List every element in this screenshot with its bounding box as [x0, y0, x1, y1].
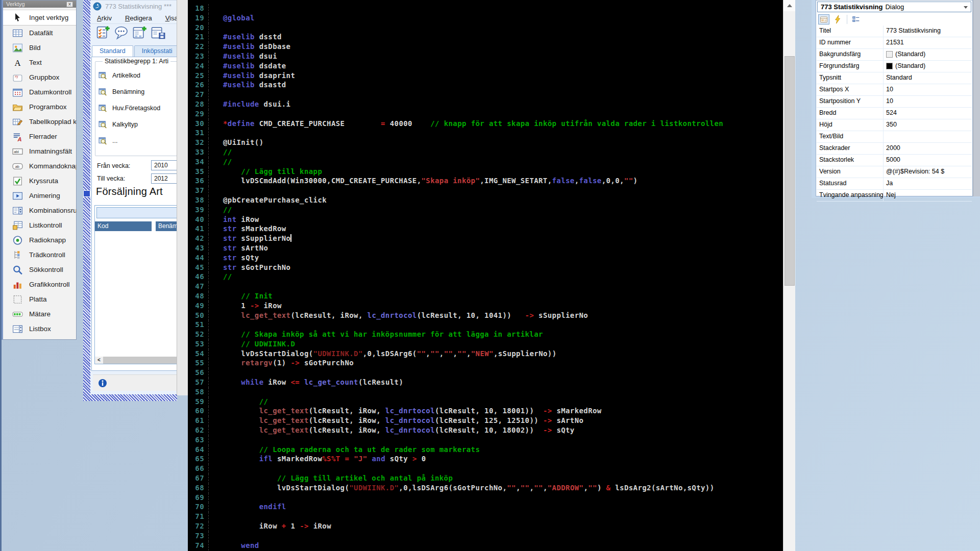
code-line-50[interactable]: 50 lc_get_text(lcResult, iRow, lc_dnrtoc…: [188, 311, 795, 321]
code-line-73[interactable]: 73: [188, 532, 795, 541]
code-line-56[interactable]: 56: [188, 368, 795, 378]
chevron-down-icon[interactable]: [964, 6, 968, 9]
code-line-19[interactable]: 19@global: [188, 14, 795, 23]
code-line-69[interactable]: 69: [188, 493, 795, 503]
code-line-39[interactable]: 39//: [188, 206, 795, 215]
code-line-49[interactable]: 49 1 -> iRow: [188, 302, 795, 311]
designer-titlebar[interactable]: 773 Statistikvisning ***: [90, 1, 177, 12]
designer-form-canvas[interactable]: Statistikbegrepp 1: Arti ArtikelkodBenäm…: [91, 57, 177, 371]
code-line-41[interactable]: 41str sMarkedRow: [188, 224, 795, 234]
tab-standard[interactable]: Standard: [92, 45, 133, 57]
toolbox-item-animering[interactable]: Animering: [3, 188, 76, 203]
tb-balloon-icon[interactable]: [114, 25, 129, 40]
code-line-59[interactable]: 59 //: [188, 397, 795, 407]
tb-formplus-icon[interactable]: [132, 25, 147, 40]
field-ben-mning[interactable]: Benämning: [99, 87, 144, 96]
toolbox-item-platta[interactable]: Platta: [3, 292, 76, 307]
code-line-61[interactable]: 61 lc_get_text(lcResult, iRow, lc_dnrtoc…: [188, 416, 795, 426]
property-value[interactable]: [884, 131, 972, 142]
toolbox-item-listbox[interactable]: Listbox: [3, 321, 76, 336]
code-line-45[interactable]: 45str sGotPurchNo: [188, 263, 795, 273]
field-kalkyltyp[interactable]: Kalkyltyp: [99, 120, 138, 129]
toolbox-item-text[interactable]: AText: [3, 55, 76, 70]
code-line-29[interactable]: 29: [188, 110, 795, 119]
property-row-version[interactable]: Version@(#)$Revision: 54 $: [817, 166, 972, 178]
code-line-37[interactable]: 37: [188, 186, 795, 196]
property-row-startposition-y[interactable]: Startposition Y10: [817, 96, 972, 108]
code-line-67[interactable]: 67 // Lägg till artikel och antal på ink…: [188, 474, 795, 484]
close-icon[interactable]: ×: [66, 2, 73, 7]
code-line-64[interactable]: 64 // Loopa raderna och ta ut de rader s…: [188, 445, 795, 455]
tb-checklist-icon[interactable]: [95, 25, 110, 40]
property-value[interactable]: (Standard): [884, 49, 972, 60]
property-row-typsnitt[interactable]: TypsnittStandard: [817, 72, 972, 84]
code-line-31[interactable]: 31: [188, 129, 795, 138]
code-line-23[interactable]: 23#uselib dsui: [188, 52, 795, 62]
toolbox-item-kryssruta[interactable]: Kryssruta: [3, 173, 76, 188]
code-line-46[interactable]: 46//: [188, 272, 795, 282]
code-line-62[interactable]: 62 lc_get_text(lcResult, iRow, lc_dnrtoc…: [188, 426, 795, 436]
field-artikelkod[interactable]: Artikelkod: [99, 71, 140, 80]
list-filter-input[interactable]: [96, 207, 177, 218]
toolbox-item-inmatningsf-lt[interactable]: ablInmatningsfält: [3, 144, 76, 159]
property-value[interactable]: 2000: [884, 143, 972, 154]
code-line-54[interactable]: 54 lvDsStartDialog("UDWIINK.D",0,lsDSArg…: [188, 349, 795, 359]
property-row-bakgrundsf-rg[interactable]: Bakgrundsfärg(Standard): [817, 49, 972, 61]
toolbox-item-tr-dkontroll[interactable]: Trädkontroll: [3, 247, 76, 262]
property-value[interactable]: @(#)$Revision: 54 $: [884, 166, 972, 178]
field-more[interactable]: ...: [99, 136, 117, 145]
toolbox-item-datumkontroll[interactable]: Datumkontroll: [3, 85, 76, 99]
pr-cats-icon[interactable]: [850, 14, 862, 24]
toolbox-item-bild[interactable]: Bild: [3, 40, 76, 55]
pr-bolt-icon[interactable]: [832, 14, 844, 24]
list-hscrollbar[interactable]: <: [95, 357, 177, 364]
code-line-65[interactable]: 65 ifl sMarkedRow%S%T = "J" and sQty > 0: [188, 455, 795, 464]
code-line-36[interactable]: 36 lvDSCmdAdd(Win30000,CMD_CREATE_PURCHA…: [188, 177, 795, 186]
property-value[interactable]: 10: [884, 96, 972, 107]
code-line-21[interactable]: 21#uselib dsstd: [188, 33, 795, 42]
selection-handle[interactable]: [83, 190, 90, 197]
property-value[interactable]: 773 Statistikvisning: [884, 26, 972, 37]
toolbox-item-m-tare[interactable]: Mätare: [3, 307, 76, 321]
property-value[interactable]: 524: [884, 108, 972, 119]
code-line-66[interactable]: 66: [188, 464, 795, 474]
toolbox-item-kommandoknapp[interactable]: abKommandoknapp: [3, 159, 76, 173]
property-value[interactable]: 350: [884, 119, 972, 131]
code-line-38[interactable]: 38@pbCreatePurchase_click: [188, 196, 795, 206]
code-line-71[interactable]: 71: [188, 512, 795, 522]
object-selector-combo[interactable]: 773 Statistikvisning Dialog: [817, 2, 971, 12]
code-line-68[interactable]: 68 lvDsStartDialog("UDWIINK.D",0,lsDSArg…: [188, 484, 795, 493]
code-line-32[interactable]: 32@UiInit(): [188, 138, 795, 148]
toolbox-titlebar[interactable]: Verktyg ×: [3, 1, 76, 8]
code-line-22[interactable]: 22#uselib dsDbase: [188, 42, 795, 52]
property-row-text-bild[interactable]: Text/Bild: [817, 131, 972, 143]
property-value[interactable]: 21531: [884, 37, 972, 48]
editor-vscrollbar[interactable]: [783, 0, 795, 551]
code-line-33[interactable]: 33//: [188, 148, 795, 158]
code-line-72[interactable]: 72 iRow + 1 -> iRow: [188, 522, 795, 532]
code-line-47[interactable]: 47: [188, 282, 795, 292]
code-line-42[interactable]: 42str sSupplierNo: [188, 234, 795, 244]
tab-ink-psstati[interactable]: Inköpsstati: [134, 45, 177, 57]
code-line-52[interactable]: 52 // Skapa inköp så att vi har inköpsnu…: [188, 330, 795, 340]
property-row-stackrader[interactable]: Stackrader2000: [817, 143, 972, 155]
code-line-44[interactable]: 44str sQty: [188, 254, 795, 263]
property-value[interactable]: Standard: [884, 72, 972, 84]
property-row-h-jd[interactable]: Höjd350: [817, 119, 972, 131]
properties-scrollbar[interactable]: [973, 0, 980, 196]
code-line-25[interactable]: 25#uselib dsaprint: [188, 71, 795, 81]
toolbox-item-programbox[interactable]: Programbox: [3, 99, 76, 114]
code-line-60[interactable]: 60 lc_get_text(lcResult, iRow, lc_dnrtoc…: [188, 407, 795, 416]
property-row-id-nummer[interactable]: ID nummer21531: [817, 37, 972, 49]
tb-formsave-icon[interactable]: [151, 25, 165, 40]
code-line-57[interactable]: 57 while iRow <= lc_get_count(lcResult): [188, 378, 795, 388]
toolbox-item-kombinationsruta[interactable]: Kombinationsruta: [3, 203, 76, 218]
code-line-63[interactable]: 63: [188, 436, 795, 445]
to-week-input[interactable]: 2012: [151, 173, 177, 184]
code-line-26[interactable]: 26#uselib dsastd: [188, 81, 795, 90]
code-line-55[interactable]: 55 retargv(1) -> sGotPurchNo: [188, 359, 795, 368]
menu-item-redigera[interactable]: Redigera: [125, 14, 152, 22]
code-line-28[interactable]: 28#include dsui.i: [188, 100, 795, 110]
toolbox-item-dataf-lt[interactable]: Datafält: [3, 26, 76, 40]
pr-sheet-icon[interactable]: [818, 14, 829, 24]
